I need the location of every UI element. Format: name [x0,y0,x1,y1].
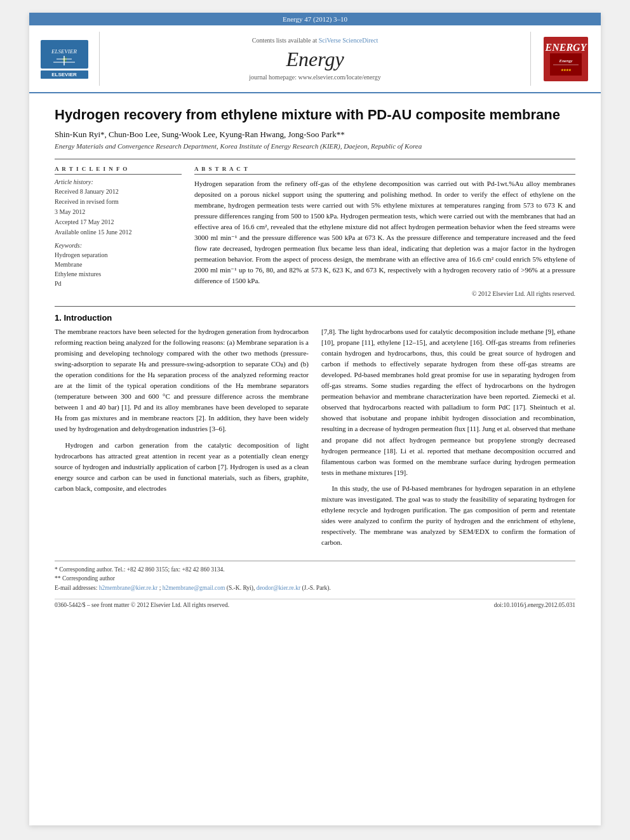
email-link-2[interactable]: h2membrane@gmail.com [163,585,225,591]
section-divider [55,306,575,307]
introduction-body: The membrane reactors have been selected… [55,326,575,553]
intro-para-4: In this study, the use of Pd-based membr… [321,483,575,548]
email-names-2: (J.-S. Park). [302,585,330,591]
energy-badge: ENERGY Energy ★★★★ [544,37,588,81]
intro-para-3: [7,8]. The light hydrocarbons used for c… [321,326,575,478]
keywords-block: Keywords: Hydrogen separation Membrane E… [55,242,182,288]
journal-homepage: journal homepage: www.elsevier.com/locat… [249,74,380,81]
article-history-block: Article history: Received 8 January 2012… [55,178,182,237]
sciverse-text: Contents lists available at SciVerse Sci… [252,37,379,44]
journal-citation-bar: Energy 47 (2012) 3–10 [29,13,601,25]
article-info-heading: A R T I C L E I N F O [55,166,182,175]
article-info-column: A R T I C L E I N F O Article history: R… [55,166,182,297]
accepted-date: Accepted 17 May 2012 [55,218,182,227]
introduction-heading: 1. Introduction [55,313,575,323]
bottom-bar: 0360-5442/$ – see front matter © 2012 El… [55,599,575,611]
intro-col-left: The membrane reactors have been selected… [55,326,309,553]
svg-text:ELSEVIER: ELSEVIER [51,48,77,55]
journal-header-center: Contents lists available at SciVerse Sci… [99,32,531,86]
svg-text:★★★★: ★★★★ [561,68,572,72]
intro-para-2: Hydrogen and carbon generation from the … [55,440,309,494]
energy-badge-area: ENERGY Energy ★★★★ [531,32,601,86]
svg-text:ELSEVIER: ELSEVIER [51,72,77,77]
intro-para-1: The membrane reactors have been selected… [55,326,309,434]
email-names-1: (S.-K. Ryi), [227,585,255,591]
intro-col-right: [7,8]. The light hydrocarbons used for c… [321,326,575,553]
email-label: E-mail addresses: [55,585,97,591]
copyright-line: © 2012 Elsevier Ltd. All rights reserved… [194,290,575,297]
page: Energy 47 (2012) 3–10 ELSEVIER 🌿 ELSEVIE… [29,13,601,825]
doi-line: doi:10.1016/j.energy.2012.05.031 [494,602,575,608]
received-date: Received 8 January 2012 [55,187,182,196]
journal-citation: Energy 47 (2012) 3–10 [283,15,347,23]
keyword-4: Pd [55,279,182,288]
article-title: Hydrogen recovery from ethylene mixture … [55,106,575,124]
article-affiliation: Energy Materials and Convergence Researc… [55,142,575,150]
main-content: Hydrogen recovery from ethylene mixture … [29,93,601,630]
article-authors: Shin-Kun Ryi*, Chun-Boo Lee, Sung-Wook L… [55,130,575,140]
abstract-heading: A B S T R A C T [194,166,575,175]
keywords-label: Keywords: [55,242,182,249]
svg-rect-9 [550,53,582,76]
abstract-column: A B S T R A C T Hydrogen separation from… [194,166,575,297]
energy-badge-graphic: Energy ★★★★ [550,53,582,76]
history-label: Article history: [55,178,182,185]
email-link-1[interactable]: h2membrane@kier.re.kr [99,585,158,591]
elsevier-logo-area: ELSEVIER 🌿 ELSEVIER [29,32,99,86]
sciverse-link[interactable]: SciVerse ScienceDirect [319,37,379,44]
keyword-3: Ethylene mixtures [55,269,182,279]
keyword-2: Membrane [55,260,182,269]
footnote-area: * Corresponding author. Tel.: +82 42 860… [55,561,575,592]
keyword-1: Hydrogen separation [55,250,182,260]
issn-line: 0360-5442/$ – see front matter © 2012 El… [55,602,229,608]
abstract-text: Hydrogen separation from the refinery of… [194,178,575,286]
journal-header: ELSEVIER 🌿 ELSEVIER Contents lists avail… [29,25,601,93]
received-revised-label: Received in revised form [55,197,182,206]
energy-badge-title: ENERGY [546,42,587,53]
footnote-email-line: E-mail addresses: h2membrane@kier.re.kr … [55,583,575,592]
available-online-date: Available online 15 June 2012 [55,228,182,237]
svg-text:Energy: Energy [559,58,573,63]
journal-title: Energy [286,48,344,71]
email-link-3[interactable]: deodor@kier.re.kr [257,585,300,591]
elsevier-logo-icon: ELSEVIER 🌿 ELSEVIER [37,37,91,81]
footnote-corresponding-2: ** Corresponding author [55,574,575,583]
footnote-corresponding-1: * Corresponding author. Tel.: +82 42 860… [55,565,575,574]
revised-date: 3 May 2012 [55,208,182,217]
article-info-abstract: A R T I C L E I N F O Article history: R… [55,159,575,297]
